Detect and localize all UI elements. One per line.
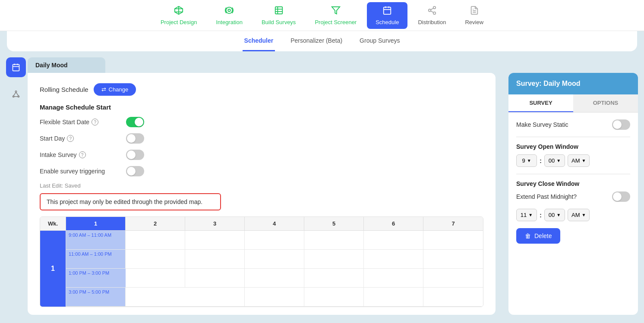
tab-survey[interactable]: SURVEY (508, 94, 573, 112)
start-day-help-icon[interactable]: ? (67, 135, 74, 142)
tab-personalizer[interactable]: Personalizer (Beta) (289, 31, 344, 51)
tab-group-surveys[interactable]: Group Surveys (358, 31, 401, 51)
nav-item-schedule[interactable]: Schedule (367, 2, 407, 29)
open-window-time-row: 9 ▼ : 00 ▼ AM ▼ (516, 154, 630, 167)
tab-options[interactable]: OPTIONS (573, 94, 638, 112)
svg-point-4 (228, 9, 230, 12)
cal-slot-3-6[interactable] (364, 269, 423, 288)
cal-header-7: 7 (423, 217, 483, 230)
nav-item-integration[interactable]: Integration (207, 2, 251, 29)
open-ampm-select[interactable]: AM ▼ (568, 154, 590, 167)
cal-slot-4-4[interactable] (245, 288, 304, 307)
close-ampm-select[interactable]: AM ▼ (568, 209, 590, 221)
cal-slot-3-7[interactable] (423, 269, 483, 288)
svg-rect-20 (13, 64, 19, 71)
cal-slot-1-6[interactable] (364, 231, 423, 250)
flexible-start-help-icon[interactable]: ? (92, 119, 98, 125)
enable-triggering-label: Enable survey triggering (40, 168, 105, 175)
cal-header-4: 4 (245, 217, 304, 230)
nav-label-distribution: Distribution (418, 19, 446, 25)
calendar-body: 1 9:00 AM – 11:00 AM 11:00 AM – 1:00 PM (40, 231, 483, 307)
change-icon: ⇄ (101, 86, 106, 93)
cal-slot-1-7[interactable] (423, 231, 483, 250)
cal-slot-3-5[interactable] (304, 269, 364, 288)
right-panel-header: Survey: Daily Mood (508, 73, 638, 94)
svg-point-5 (226, 7, 233, 13)
enable-triggering-toggle[interactable] (126, 166, 144, 176)
rolling-schedule-label: Rolling Schedule (40, 86, 88, 93)
calendar-sidebar-btn[interactable] (6, 57, 26, 77)
make-static-row: Make Survey Static (516, 119, 630, 130)
nav-item-project-design[interactable]: Project Design (152, 2, 206, 29)
nav-label-schedule: Schedule (376, 19, 399, 25)
cal-slot-4-3[interactable] (185, 288, 245, 307)
cal-slot-3-2[interactable] (126, 269, 185, 288)
close-minute-chevron: ▼ (556, 213, 561, 217)
svg-line-27 (13, 92, 16, 96)
start-day-toggle[interactable] (126, 133, 144, 144)
cal-slot-2-3[interactable] (185, 250, 245, 269)
svg-point-17 (433, 12, 436, 14)
close-minute-select[interactable]: 00 ▼ (544, 209, 565, 221)
extend-midnight-label: Extend Past Midnight? (516, 193, 577, 200)
cal-slot-2-4[interactable] (245, 250, 304, 269)
cal-slot-3-1[interactable]: 1:00 PM – 3:00 PM (66, 269, 126, 288)
cal-slot-2-5[interactable] (304, 250, 364, 269)
cal-slot-4-5[interactable] (304, 288, 364, 307)
nav-item-build-surveys[interactable]: Build Surveys (253, 2, 304, 29)
change-button[interactable]: ⇄ Change (94, 83, 136, 96)
warning-text: This project may only be edited through … (47, 198, 202, 205)
nav-label-integration: Integration (216, 19, 242, 25)
cal-slot-2-2[interactable] (126, 250, 185, 269)
cal-slot-4-7[interactable] (423, 288, 483, 307)
right-panel-body: Make Survey Static Survey Open Window 9 … (508, 113, 638, 315)
cal-slot-1-1[interactable]: 9:00 AM – 11:00 AM (66, 231, 126, 250)
last-edit-label: Last Edit: Saved (40, 182, 483, 189)
cal-slot-3-4[interactable] (245, 269, 304, 288)
cal-slot-1-3[interactable] (185, 231, 245, 250)
cal-header-6: 6 (364, 217, 423, 230)
cal-slot-1-4[interactable] (245, 231, 304, 250)
cal-slot-1-2[interactable] (126, 231, 185, 250)
cal-slot-1-5[interactable] (304, 231, 364, 250)
cal-slot-4-2[interactable] (126, 288, 185, 307)
open-minute-select[interactable]: 00 ▼ (544, 154, 565, 167)
build-surveys-icon (274, 6, 284, 17)
make-static-toggle[interactable] (612, 119, 630, 130)
intake-survey-row: Intake Survey ? (40, 150, 483, 160)
cal-slot-2-7[interactable] (423, 250, 483, 269)
cal-slot-3-3[interactable] (185, 269, 245, 288)
flexible-start-toggle[interactable] (126, 117, 144, 127)
divider-1 (516, 137, 630, 137)
right-panel-tabs: SURVEY OPTIONS (508, 94, 638, 113)
intake-survey-toggle[interactable] (126, 150, 144, 160)
warning-box: This project may only be edited through … (40, 193, 221, 210)
nav-item-review[interactable]: Review (456, 2, 492, 29)
open-hour-select[interactable]: 9 ▼ (516, 154, 537, 167)
open-ampm-chevron: ▼ (582, 158, 586, 163)
cal-slot-2-1[interactable]: 11:00 AM – 1:00 PM (66, 250, 126, 269)
trash-icon: 🗑 (525, 232, 531, 239)
extend-midnight-toggle[interactable] (612, 191, 630, 202)
nav-items: Project Design Integration Build Surveys… (152, 2, 492, 29)
cal-slot-4-1[interactable]: 3:00 PM – 5:00 PM (66, 288, 126, 307)
svg-point-15 (433, 6, 436, 9)
project-screener-icon (331, 6, 341, 17)
flexible-start-label: Flexible Start Date (40, 119, 89, 125)
close-hour-select[interactable]: 11 ▼ (516, 209, 537, 221)
intake-survey-help-icon[interactable]: ? (79, 151, 86, 158)
delete-button[interactable]: 🗑 Delete (516, 228, 560, 244)
tab-scheduler[interactable]: Scheduler (243, 31, 275, 51)
cal-slot-4-6[interactable] (364, 288, 423, 307)
left-sidebar (6, 57, 28, 315)
nodes-sidebar-btn[interactable] (6, 84, 26, 104)
close-hour-chevron: ▼ (528, 213, 533, 217)
intake-survey-label: Intake Survey (40, 151, 77, 158)
cal-header-2: 2 (126, 217, 185, 230)
cal-slot-2-6[interactable] (364, 250, 423, 269)
nav-item-project-screener[interactable]: Project Screener (306, 2, 365, 29)
cal-header-3: 3 (185, 217, 245, 230)
manage-section-title: Manage Schedule Start (40, 103, 483, 111)
nav-item-distribution[interactable]: Distribution (409, 2, 455, 29)
divider-2 (516, 174, 630, 174)
